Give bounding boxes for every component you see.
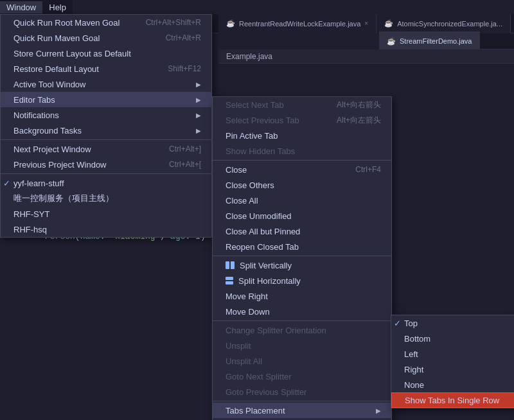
submenu-close[interactable]: Close Ctrl+F4 bbox=[213, 162, 391, 177]
submenu-reopen-closed-tab[interactable]: Reopen Closed Tab bbox=[213, 239, 391, 254]
submenu-close-all[interactable]: Close All bbox=[213, 193, 391, 208]
submenu-pin-active-tab[interactable]: Pin Active Tab bbox=[213, 128, 391, 143]
menu-active-tool[interactable]: Active Tool Window ▶ bbox=[1, 76, 211, 92]
menu-project-weiy[interactable]: 唯一控制服务（项目主线） bbox=[1, 191, 211, 206]
separator-2 bbox=[1, 173, 211, 174]
submenu-split-horizontally[interactable]: Split Horizontally bbox=[213, 273, 391, 288]
tab-icon2: ☕ bbox=[384, 19, 393, 28]
tab-label2: AtomicSynchronizedExample.ja... bbox=[397, 20, 502, 28]
menubar: Window Help bbox=[0, 0, 73, 14]
submenu-sep-1 bbox=[213, 160, 391, 161]
menu-project-rhf-hsq[interactable]: RHF-hsq bbox=[1, 222, 211, 237]
submenu-show-hidden-tabs[interactable]: Show Hidden Tabs bbox=[213, 143, 391, 159]
submenu-close-others[interactable]: Close Others bbox=[213, 177, 391, 193]
submenu-goto-prev-splitter[interactable]: Goto Previous Splitter bbox=[213, 384, 391, 399]
submenu-close-all-but-pinned[interactable]: Close All but Pinned bbox=[213, 223, 391, 239]
submenu-unsplit-all[interactable]: Unsplit All bbox=[213, 353, 391, 369]
menu-quick-run-root[interactable]: Quick Run Root Maven Goal Ctrl+Alt+Shift… bbox=[1, 15, 211, 30]
placement-right[interactable]: Right bbox=[391, 362, 514, 377]
submenu-move-right[interactable]: Move Right bbox=[213, 288, 391, 304]
separator-1 bbox=[1, 139, 211, 140]
submenu-tabs-placement[interactable]: Tabs Placement ▶ bbox=[213, 403, 391, 418]
menu-next-project[interactable]: Next Project Window Ctrl+Alt+] bbox=[1, 141, 211, 157]
placement-bottom[interactable]: Bottom bbox=[391, 331, 514, 346]
tab-bar-2: ☕ StreamFilterDemo.java bbox=[379, 33, 514, 49]
submenu-select-next-tab[interactable]: Select Next Tab Alt+向右箭头 bbox=[213, 97, 391, 112]
placement-none[interactable]: None bbox=[391, 377, 514, 392]
submenu-sep-3 bbox=[213, 320, 391, 321]
submenu-goto-next-splitter[interactable]: Goto Next Splitter bbox=[213, 369, 391, 384]
submenu-unsplit[interactable]: Unsplit bbox=[213, 338, 391, 353]
submenu-select-prev-tab[interactable]: Select Previous Tab Alt+向左箭头 bbox=[213, 112, 391, 128]
tabs-placement-submenu: ✓ Top Bottom Left Right None Show Tabs I… bbox=[391, 315, 514, 408]
tab-reentrant[interactable]: ☕ ReentrantReadWriteLockExample.java × bbox=[218, 14, 377, 33]
menu-project-yyf[interactable]: ✓ yyf-learn-stuff bbox=[1, 175, 211, 191]
placement-top[interactable]: ✓ Top bbox=[391, 315, 514, 331]
menu-prev-project[interactable]: Previous Project Window Ctrl+Alt+[ bbox=[1, 157, 211, 172]
submenu-change-splitter[interactable]: Change Splitter Orientation bbox=[213, 322, 391, 338]
menu-restore-layout[interactable]: Restore Default Layout Shift+F12 bbox=[1, 61, 211, 76]
placement-left[interactable]: Left bbox=[391, 346, 514, 362]
tab-close-btn[interactable]: × bbox=[364, 20, 368, 27]
placement-top-check: ✓ bbox=[394, 319, 401, 328]
menu-background-tasks[interactable]: Background Tasks ▶ bbox=[1, 123, 211, 138]
tab-icon3: ☕ bbox=[387, 37, 396, 46]
placement-single-row[interactable]: Show Tabs In Single Row bbox=[391, 392, 514, 408]
editor-tabs-submenu: Select Next Tab Alt+向右箭头 Select Previous… bbox=[212, 96, 392, 420]
submenu-split-vertically[interactable]: Split Vertically bbox=[213, 258, 391, 273]
menu-editor-tabs[interactable]: Editor Tabs ▶ bbox=[1, 92, 211, 107]
menu-notifications[interactable]: Notifications ▶ bbox=[1, 107, 211, 123]
menu-quick-run[interactable]: Quick Run Maven Goal Ctrl+Alt+R bbox=[1, 30, 211, 46]
submenu-sep-4 bbox=[213, 401, 391, 401]
menu-project-rhf-syt[interactable]: RHF-SYT bbox=[1, 206, 211, 222]
tab-atomic[interactable]: ☕ AtomicSynchronizedExample.ja... bbox=[377, 14, 511, 33]
window-menu-item[interactable]: Window bbox=[0, 1, 42, 13]
split-h-icon bbox=[226, 277, 233, 284]
submenu-close-unmodified[interactable]: Close Unmodified bbox=[213, 208, 391, 223]
submenu-move-down[interactable]: Move Down bbox=[213, 304, 391, 319]
tab-stream[interactable]: ☕ StreamFilterDemo.java bbox=[379, 31, 480, 51]
menu-store-layout[interactable]: Store Current Layout as Default bbox=[1, 46, 211, 61]
breadcrumb: Example.java bbox=[218, 49, 514, 64]
tab-label: ReentrantReadWriteLockExample.java bbox=[239, 20, 360, 28]
help-menu-item[interactable]: Help bbox=[42, 1, 73, 13]
tab-icon: ☕ bbox=[226, 19, 235, 28]
tab-label3: StreamFilterDemo.java bbox=[400, 37, 472, 45]
window-dropdown: Quick Run Root Maven Goal Ctrl+Alt+Shift… bbox=[0, 14, 212, 238]
submenu-sep-2 bbox=[213, 256, 391, 256]
split-v-icon bbox=[226, 261, 235, 269]
